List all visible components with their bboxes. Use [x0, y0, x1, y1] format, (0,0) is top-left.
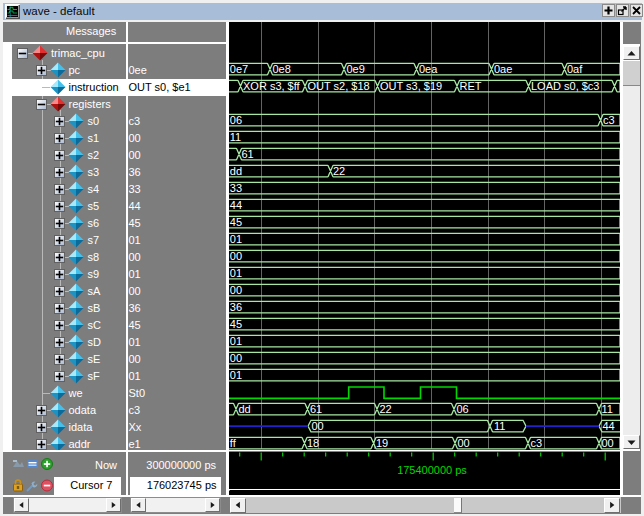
- svg-text:0ea: 0ea: [419, 63, 438, 75]
- svg-text:06: 06: [457, 403, 469, 415]
- svg-text:06: 06: [230, 114, 242, 126]
- svg-text:19: 19: [376, 437, 388, 449]
- svg-text:22: 22: [380, 403, 392, 415]
- svg-text:01: 01: [230, 233, 242, 245]
- svg-text:00: 00: [312, 420, 324, 432]
- svg-text:61: 61: [242, 148, 254, 160]
- svg-text:01: 01: [230, 369, 242, 381]
- svg-text:00: 00: [230, 250, 242, 262]
- svg-text:45: 45: [230, 216, 242, 228]
- svg-text:OUT s2, $18: OUT s2, $18: [308, 80, 370, 92]
- svg-text:00: 00: [230, 352, 242, 364]
- svg-text:c3: c3: [603, 114, 615, 126]
- svg-text:36: 36: [230, 301, 242, 313]
- svg-text:44: 44: [230, 199, 242, 211]
- svg-text:0e8: 0e8: [273, 63, 291, 75]
- svg-text:XOR s3, $ff: XOR s3, $ff: [243, 80, 301, 92]
- svg-text:175400000 ps: 175400000 ps: [397, 463, 467, 475]
- svg-text:ff: ff: [230, 437, 237, 449]
- svg-text:00: 00: [602, 437, 614, 449]
- svg-text:22: 22: [333, 165, 345, 177]
- svg-text:00: 00: [230, 284, 242, 296]
- svg-text:dd: dd: [230, 165, 242, 177]
- svg-text:LOAD s0, $c3: LOAD s0, $c3: [531, 80, 599, 92]
- svg-text:0af: 0af: [567, 63, 583, 75]
- svg-text:11: 11: [494, 420, 505, 432]
- svg-text:OUT s3, $19: OUT s3, $19: [380, 80, 442, 92]
- svg-text:11: 11: [602, 403, 613, 415]
- svg-text:00: 00: [458, 437, 470, 449]
- svg-text:dd: dd: [239, 403, 251, 415]
- svg-text:61: 61: [310, 403, 322, 415]
- svg-text:0e7: 0e7: [230, 63, 248, 75]
- svg-text:44: 44: [603, 420, 615, 432]
- svg-text:11: 11: [230, 131, 241, 143]
- svg-text:0ae: 0ae: [494, 63, 512, 75]
- svg-text:45: 45: [230, 318, 242, 330]
- svg-text:RET: RET: [460, 80, 482, 92]
- svg-text:01: 01: [230, 267, 242, 279]
- svg-text:0e9: 0e9: [347, 63, 365, 75]
- svg-text:c3: c3: [531, 437, 543, 449]
- svg-text:18: 18: [307, 437, 319, 449]
- svg-text:33: 33: [230, 182, 242, 194]
- svg-text:01: 01: [230, 335, 242, 347]
